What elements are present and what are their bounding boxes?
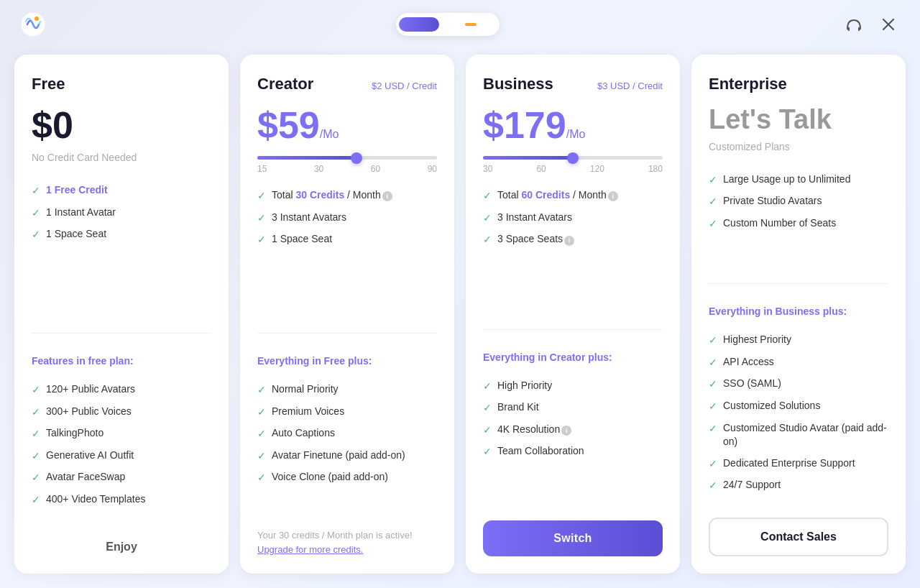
- feature-item: ✓1 Instant Avatar: [32, 206, 211, 221]
- check-icon: ✓: [709, 195, 717, 209]
- slider-label: 60: [371, 164, 380, 174]
- feature-item: ✓1 Free Credit: [32, 183, 211, 198]
- bottom-features-list: ✓120+ Public Avatars✓300+ Public Voices✓…: [32, 382, 211, 516]
- feature-text: 3 Space Seatsi: [497, 232, 574, 247]
- enjoy-label: Enjoy: [32, 533, 211, 556]
- feature-text: 120+ Public Avatars: [46, 382, 135, 397]
- features-section-label: Features in free plan:: [32, 355, 211, 367]
- switch-button[interactable]: Switch: [483, 520, 663, 556]
- bottom-features-list: ✓Normal Priority✓Premium Voices✓Auto Cap…: [257, 382, 437, 511]
- plan-name: Enterprise: [709, 75, 787, 93]
- plan-price: $59/Mo: [257, 105, 437, 146]
- feature-text: API Access: [723, 355, 774, 369]
- plans-container: Free$0No Credit Card Needed✓1 Free Credi…: [0, 49, 920, 588]
- feature-text: Customized Studio Avatar (paid add-on): [723, 421, 888, 449]
- feature-item: ✓TalkingPhoto: [32, 426, 211, 441]
- feature-item: ✓400+ Video Templates: [32, 492, 211, 507]
- feature-item: ✓120+ Public Avatars: [32, 382, 211, 398]
- feature-item: ✓Total 60 Credits / Monthi: [483, 188, 663, 203]
- check-icon: ✓: [257, 427, 266, 441]
- active-plan-note: Your 30 credits / Month plan is active! …: [257, 528, 437, 556]
- feature-item: ✓API Access: [709, 355, 888, 370]
- plan-name: Creator: [257, 75, 313, 93]
- check-icon: ✓: [32, 228, 40, 242]
- pay-monthly-button[interactable]: [399, 17, 439, 32]
- plan-subtitle: Customized Plans: [709, 141, 888, 152]
- feature-item: ✓SSO (SAML): [709, 377, 888, 392]
- plan-card-enterprise: EnterpriseLet's TalkCustomized Plans✓Lar…: [691, 55, 906, 574]
- plan-footer: Contact Sales: [709, 506, 888, 556]
- check-icon: ✓: [709, 400, 717, 414]
- feature-text: TalkingPhoto: [46, 426, 104, 441]
- logo: [20, 12, 53, 37]
- top-features-list: ✓Total 60 Credits / Monthi✓3 Instant Ava…: [483, 188, 663, 313]
- contact-sales-button[interactable]: Contact Sales: [709, 518, 888, 556]
- plan-credit-rate: $3 USD / Credit: [597, 81, 663, 91]
- feature-item: ✓Auto Captions: [257, 426, 437, 441]
- plan-footer: Your 30 credits / Month plan is active! …: [257, 517, 437, 556]
- feature-item: ✓3 Instant Avatars: [257, 211, 437, 226]
- upgrade-link[interactable]: Upgrade for more credits.: [257, 544, 363, 555]
- check-icon: ✓: [32, 184, 40, 198]
- check-icon: ✓: [32, 427, 40, 441]
- credits-slider[interactable]: 3060120180: [483, 156, 663, 174]
- check-icon: ✓: [483, 233, 492, 247]
- check-icon: ✓: [257, 233, 266, 247]
- slider-label: 180: [648, 164, 663, 174]
- feature-item: ✓1 Space Seat: [257, 232, 437, 247]
- pay-yearly-button[interactable]: [439, 16, 497, 33]
- header: [0, 0, 920, 49]
- feature-text: Custom Number of Seats: [723, 216, 836, 231]
- check-icon: ✓: [257, 405, 266, 420]
- check-icon: ✓: [32, 383, 40, 398]
- feature-text: 4K Resolutioni: [497, 423, 571, 437]
- features-section-label: Everything in Business plus:: [709, 306, 888, 317]
- check-icon: ✓: [257, 383, 266, 398]
- feature-text: 24/7 Support: [723, 478, 781, 492]
- feature-item: ✓Premium Voices: [257, 405, 437, 420]
- plan-card-free: Free$0No Credit Card Needed✓1 Free Credi…: [14, 55, 229, 574]
- feature-text: 3 Instant Avatars: [497, 211, 572, 225]
- check-icon: ✓: [257, 189, 266, 203]
- bottom-features-list: ✓Highest Priority✓API Access✓SSO (SAML)✓…: [709, 333, 888, 500]
- feature-text: 300+ Public Voices: [46, 405, 132, 419]
- plan-header-row: Business$3 USD / Credit: [483, 75, 663, 96]
- feature-item: ✓3 Space Seatsi: [483, 232, 663, 247]
- feature-item: ✓4K Resolutioni: [483, 423, 663, 438]
- plan-header-row: Enterprise: [709, 75, 888, 96]
- check-icon: ✓: [32, 206, 40, 221]
- check-icon: ✓: [483, 211, 492, 226]
- feature-text: Large Usage up to Unlimited: [723, 173, 850, 187]
- feature-text: 1 Free Credit: [46, 183, 108, 198]
- feature-item: ✓Voice Clone (paid add-on): [257, 470, 437, 485]
- close-icon[interactable]: [877, 13, 900, 36]
- features-section-label: Everything in Creator plus:: [483, 352, 663, 363]
- feature-item: ✓Customized Studio Avatar (paid add-on): [709, 421, 888, 449]
- plan-price: $0: [32, 105, 211, 146]
- feature-text: Customized Solutions: [723, 399, 820, 413]
- info-icon: i: [382, 191, 392, 201]
- feature-item: ✓Brand Kit: [483, 400, 663, 415]
- slider-label: 60: [536, 164, 546, 174]
- feature-text: Highest Priority: [723, 333, 791, 347]
- divider: [483, 329, 663, 330]
- feature-text: Voice Clone (paid add-on): [272, 470, 388, 484]
- features-section-label: Everything in Free plus:: [257, 355, 437, 367]
- credits-slider[interactable]: 15306090: [257, 156, 437, 174]
- plan-subtitle: No Credit Card Needed: [32, 152, 211, 163]
- off-badge: [465, 23, 477, 26]
- top-features-list: ✓1 Free Credit✓1 Instant Avatar✓1 Space …: [32, 183, 211, 317]
- feature-text: Avatar Finetune (paid add-on): [272, 449, 405, 463]
- feature-item: ✓Private Studio Avatars: [709, 194, 888, 209]
- feature-item: ✓Normal Priority: [257, 382, 437, 398]
- plan-credit-rate: $2 USD / Credit: [372, 81, 437, 91]
- support-icon[interactable]: [842, 13, 865, 36]
- check-icon: ✓: [32, 405, 40, 420]
- slider-label: 15: [257, 164, 267, 174]
- check-icon: ✓: [257, 211, 266, 226]
- feature-text: High Priority: [497, 379, 552, 393]
- top-features-list: ✓Total 30 Credits / Monthi✓3 Instant Ava…: [257, 188, 437, 317]
- check-icon: ✓: [32, 471, 40, 485]
- feature-item: ✓Highest Priority: [709, 333, 888, 348]
- feature-text: SSO (SAML): [723, 377, 781, 391]
